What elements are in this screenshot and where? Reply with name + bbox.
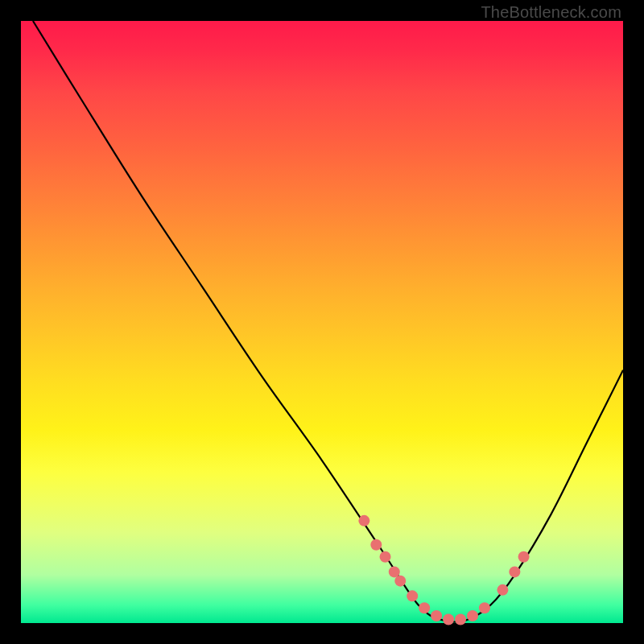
marker-point — [443, 614, 454, 625]
marker-point — [518, 551, 530, 563]
marker-point — [419, 602, 430, 613]
marker-point — [394, 576, 406, 587]
marker-point — [455, 614, 466, 625]
marker-point — [370, 539, 382, 551]
marker-point — [509, 566, 520, 577]
chart-svg — [21, 21, 623, 623]
marker-point — [431, 610, 442, 621]
attribution-text: TheBottleneck.com — [481, 3, 621, 22]
marker-point — [407, 590, 418, 601]
marker-point — [358, 515, 369, 526]
marker-point — [497, 584, 508, 596]
marker-point — [479, 602, 490, 613]
bottleneck-curve — [33, 21, 623, 622]
marker-point — [380, 551, 391, 563]
marker-point — [467, 610, 478, 621]
highlight-markers — [358, 515, 529, 625]
